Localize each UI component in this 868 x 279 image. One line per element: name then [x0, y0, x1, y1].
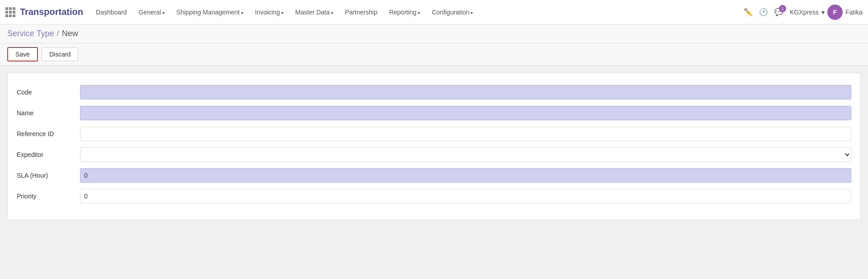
label-reference-id: Reference ID	[17, 130, 80, 137]
form-row-code: Code	[17, 84, 851, 100]
action-bar: Save Discard	[0, 43, 868, 66]
main-content: Code Name Reference ID	[0, 66, 868, 227]
field-sla-hour	[80, 168, 851, 183]
nav-dashboard[interactable]: Dashboard	[91, 6, 132, 19]
nav-invoicing[interactable]: Invoicing	[250, 6, 288, 19]
avatar: F	[827, 5, 843, 20]
user-display-name: Fatika	[845, 9, 863, 16]
form-row-name: Name	[17, 105, 851, 121]
label-priority: Priority	[17, 193, 80, 200]
notification-badge: 1	[779, 5, 786, 12]
nav-general[interactable]: General	[134, 6, 170, 19]
grid-icon[interactable]	[5, 7, 15, 17]
form-row-sla-hour: SLA (Hour)	[17, 167, 851, 184]
input-reference-id[interactable]	[80, 127, 851, 141]
label-name: Name	[17, 109, 80, 117]
nav-master-data[interactable]: Master Data	[291, 6, 338, 19]
input-code[interactable]	[80, 85, 851, 99]
field-expeditor	[80, 147, 851, 162]
form-card: Code Name Reference ID	[7, 73, 861, 220]
nav-shipping-management[interactable]: Shipping Management	[172, 6, 248, 19]
clock-icon-btn[interactable]: 🕐	[759, 8, 768, 16]
page-wrapper: Service Type / New Save Discard Code Nam…	[0, 24, 868, 279]
user-menu[interactable]: KGXpress ▾ F Fatika	[790, 5, 863, 20]
breadcrumb-current: New	[62, 29, 78, 38]
label-code: Code	[17, 89, 80, 96]
nav-partnership[interactable]: Partnership	[340, 6, 382, 19]
field-reference-id	[80, 127, 851, 141]
nav-configuration[interactable]: Configuration	[427, 6, 477, 19]
label-sla-hour: SLA (Hour)	[17, 172, 80, 179]
label-expeditor: Expeditor	[17, 151, 80, 158]
form-row-reference-id: Reference ID	[17, 126, 851, 142]
field-name	[80, 106, 851, 120]
input-priority[interactable]	[80, 189, 851, 203]
form-row-priority: Priority	[17, 188, 851, 204]
chat-icon-btn[interactable]: 💬 1	[774, 8, 783, 16]
input-name[interactable]	[80, 106, 851, 120]
chevron-down-icon: ▾	[821, 9, 825, 16]
user-company: KGXpress	[790, 9, 819, 16]
edit-icon-btn[interactable]: ✏️	[744, 8, 753, 16]
breadcrumb-parent[interactable]: Service Type	[7, 29, 54, 38]
select-expeditor[interactable]	[80, 147, 851, 162]
field-code	[80, 85, 851, 99]
breadcrumb: Service Type / New	[0, 24, 868, 43]
app-brand[interactable]: Transportation	[5, 7, 83, 17]
navbar-right: ✏️ 🕐 💬 1 KGXpress ▾ F Fatika	[744, 5, 863, 20]
discard-button[interactable]: Discard	[42, 47, 78, 61]
app-title: Transportation	[20, 7, 83, 17]
nav-reporting[interactable]: Reporting	[385, 6, 425, 19]
save-button[interactable]: Save	[7, 47, 38, 61]
navbar: Transportation Dashboard General Shippin…	[0, 0, 868, 24]
form-row-expeditor: Expeditor	[17, 147, 851, 163]
field-priority	[80, 189, 851, 203]
breadcrumb-separator: /	[57, 29, 59, 38]
input-sla-hour[interactable]	[80, 168, 851, 183]
